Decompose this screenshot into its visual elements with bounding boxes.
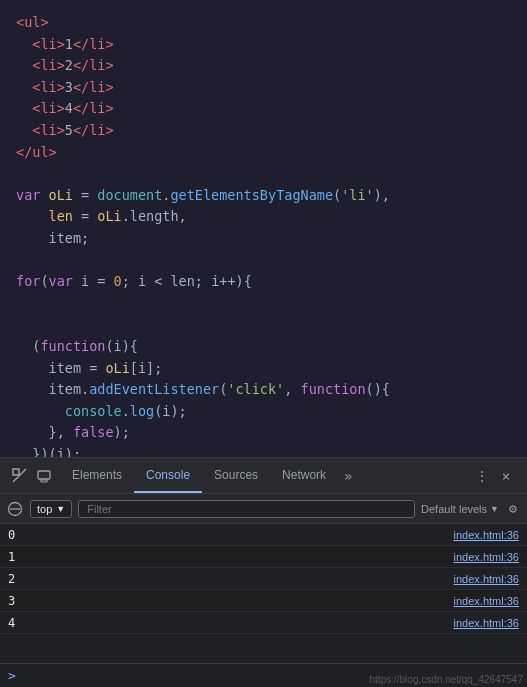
code-line: for(var i = 0; i < len; i++){ [16,271,511,293]
level-selector[interactable]: Default levels ▼ [421,503,499,515]
console-link[interactable]: index.html:36 [454,573,519,585]
tab-network[interactable]: Network [270,458,338,493]
code-line: (function(i){ [16,336,511,358]
code-line [16,314,511,336]
code-line: console.log(i); [16,401,511,423]
console-link[interactable]: index.html:36 [454,529,519,541]
devtools-panel: Elements Console Sources Network » ⋮ × [0,457,527,687]
code-line: item.addEventListener('click', function(… [16,379,511,401]
console-value: 3 [8,594,28,608]
code-line: len = oLi.length, [16,206,511,228]
tab-icons [4,466,60,486]
code-line: item = oLi[i]; [16,358,511,380]
console-output: 0 index.html:36 1 index.html:36 2 index.… [0,524,527,663]
code-line: <li>1</li> [16,34,511,56]
context-selector[interactable]: top ▼ [30,500,72,518]
console-value: 2 [8,572,28,586]
console-row-1: 1 index.html:36 [0,546,527,568]
code-line [16,293,511,315]
console-link[interactable]: index.html:36 [454,551,519,563]
tab-console[interactable]: Console [134,458,202,493]
code-line: <li>3</li> [16,77,511,99]
code-line: }, false); [16,422,511,444]
console-value: 1 [8,550,28,564]
console-value: 0 [8,528,28,542]
code-line: <li>4</li> [16,98,511,120]
code-line: <li>2</li> [16,55,511,77]
filter-input[interactable] [78,500,415,518]
console-toolbar: top ▼ Default levels ▼ ⚙ [0,494,527,524]
code-line: item; [16,228,511,250]
console-link[interactable]: index.html:36 [454,595,519,607]
inspect-icon[interactable] [10,466,30,486]
code-line: <ul> [16,12,511,34]
svg-rect-0 [13,469,19,475]
tab-elements[interactable]: Elements [60,458,134,493]
close-devtools-button[interactable]: × [495,465,517,487]
code-editor: <ul> <li>1</li> <li>2</li> <li>3</li> <l… [0,0,527,457]
tab-actions: ⋮ × [471,465,523,487]
code-line [16,163,511,185]
tab-items: Elements Console Sources Network » [60,458,471,493]
tab-bar: Elements Console Sources Network » ⋮ × [0,458,527,494]
code-line: var oLi = document.getElementsByTagName(… [16,185,511,207]
clear-console-icon[interactable] [6,500,24,518]
console-row-0: 0 index.html:36 [0,524,527,546]
code-line [16,250,511,272]
tab-more[interactable]: » [338,458,358,493]
code-line: })(i); [16,444,511,457]
device-icon[interactable] [34,466,54,486]
console-link[interactable]: index.html:36 [454,617,519,629]
svg-rect-3 [41,480,47,482]
more-options-button[interactable]: ⋮ [471,465,493,487]
console-row-2: 2 index.html:36 [0,568,527,590]
settings-icon[interactable]: ⚙ [505,501,521,517]
watermark: https://blog.csdn.net/qq_42647547 [370,674,523,685]
console-prompt: > [8,668,16,683]
svg-rect-2 [38,471,50,479]
tab-sources[interactable]: Sources [202,458,270,493]
console-row-3: 3 index.html:36 [0,590,527,612]
console-row-4: 4 index.html:36 [0,612,527,634]
console-value: 4 [8,616,28,630]
code-line: <li>5</li> [16,120,511,142]
code-line: </ul> [16,142,511,164]
